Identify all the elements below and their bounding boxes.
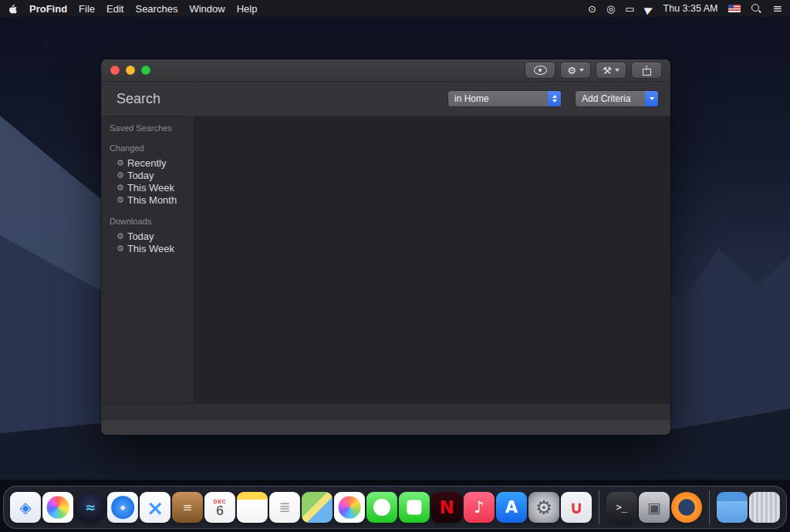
gear-icon: ⚙ [116, 184, 124, 192]
dock-messages-icon[interactable] [366, 492, 397, 523]
dock-photos-icon[interactable] [42, 492, 73, 523]
dock-automator-icon[interactable]: ▣ [639, 492, 670, 523]
eye-icon [534, 66, 547, 75]
page-title: Search [116, 91, 160, 107]
scope-popup-value: in Home [448, 93, 495, 104]
chevron-down-icon [579, 69, 584, 72]
profind-window: ⚙ ⚒ ↑ Search in Home Add Criteria [101, 59, 670, 435]
dock-trash-icon[interactable] [749, 492, 780, 523]
sidebar-sections: Changed⚙Recently⚙Today⚙This Week⚙This Mo… [101, 143, 194, 254]
window-body: Saved Searches Changed⚙Recently⚙Today⚙Th… [101, 116, 670, 403]
dock-system-preferences-icon[interactable]: ⚙ [528, 492, 559, 523]
window-titlebar[interactable]: ⚙ ⚒ ↑ [101, 59, 670, 82]
sidebar-item-changed-recently[interactable]: ⚙Recently [101, 157, 194, 169]
tools-button[interactable]: ⚒ [596, 62, 626, 78]
dock-safari-icon[interactable]: ◆ [107, 492, 138, 523]
us-flag-icon[interactable] [728, 5, 741, 12]
add-criteria-label: Add Criteria [576, 93, 636, 104]
sidebar-section-downloads: Downloads [101, 217, 194, 226]
gear-icon: ⚙ [116, 159, 124, 167]
close-button[interactable] [110, 66, 120, 75]
menu-bar: ProFind FileEditSearchesWindowHelp ⊙◎▭▶ … [0, 0, 790, 17]
window-controls [110, 66, 150, 75]
menu-bar-left: ProFind FileEditSearchesWindowHelp [8, 3, 257, 15]
dock-photo-booth-icon[interactable] [334, 492, 365, 523]
menu-searches[interactable]: Searches [135, 3, 177, 15]
menu-file[interactable]: File [79, 3, 95, 15]
dock-notes-icon[interactable] [237, 492, 268, 523]
tools-icon: ⚒ [603, 66, 612, 76]
dock-facetime-icon[interactable] [399, 492, 430, 523]
actions-button[interactable]: ⚙ [561, 62, 590, 78]
sidebar-item-downloads-today[interactable]: ⚙Today [101, 230, 194, 242]
bottom-bar [101, 419, 670, 435]
menu-window[interactable]: Window [189, 3, 225, 15]
sidebar-item-changed-today[interactable]: ⚙Today [101, 169, 194, 181]
sidebar-item-changed-this-month[interactable]: ⚙This Month [101, 194, 194, 206]
share-button[interactable]: ↑ [632, 62, 661, 78]
dock-app-store-icon[interactable]: A [496, 492, 527, 523]
results-area [194, 116, 670, 403]
sidebar-item-label: Today [127, 170, 154, 181]
sidebar: Saved Searches Changed⚙Recently⚙Today⚙Th… [101, 116, 194, 403]
gear-icon: ⚙ [116, 232, 124, 241]
dock-downloads-folder-icon[interactable] [717, 492, 748, 523]
gear-icon: ⚙ [567, 66, 576, 76]
dock-maps-icon[interactable] [302, 492, 333, 523]
cursor-menu-icon[interactable]: ▶ [643, 2, 654, 15]
menu-items: FileEditSearchesWindowHelp [79, 3, 257, 15]
sidebar-item-downloads-this-week[interactable]: ⚙This Week [101, 242, 194, 254]
search-header: Search in Home Add Criteria [101, 82, 670, 116]
dock-magnet-icon[interactable]: ∪ [561, 492, 592, 523]
dock-xcode-icon[interactable]: × [140, 492, 170, 523]
share-icon: ↑ [642, 65, 652, 76]
sidebar-title: Saved Searches [101, 123, 194, 133]
status-bar [101, 403, 670, 419]
menu-bar-right: ⊙◎▭▶ Thu 3:35 AM ≡ [588, 3, 782, 15]
sidebar-item-label: Today [127, 231, 154, 242]
menu-app-name[interactable]: ProFind [29, 3, 67, 15]
spotlight-search-icon[interactable] [751, 4, 761, 14]
time-machine-menu-icon[interactable]: ◎ [606, 4, 615, 14]
menu-status-icons: ⊙◎▭▶ [588, 4, 653, 14]
quicklook-button[interactable] [525, 62, 555, 78]
gear-icon: ⚙ [116, 171, 124, 180]
dock-reminders-icon[interactable]: ≣ [269, 492, 300, 523]
sidebar-item-label: Recently [127, 157, 167, 169]
dock: ◈≈◆×≡DEC6≣N♪A⚙∪>_▣ [3, 486, 787, 529]
scope-popup[interactable]: in Home [448, 91, 561, 106]
sidebar-item-label: This Month [127, 194, 177, 206]
dock-separator [599, 490, 599, 524]
notification-center-icon[interactable]: ≡ [772, 3, 782, 15]
screen-mirroring-menu-icon[interactable]: ▭ [625, 4, 634, 14]
dock-music-icon[interactable]: ♪ [464, 492, 495, 523]
window-toolbar: ⚙ ⚒ ↑ [525, 62, 661, 78]
zoom-button[interactable] [141, 66, 150, 75]
gear-icon: ⚙ [116, 196, 124, 204]
dock-books-icon[interactable]: ◈ [10, 492, 41, 523]
dock-terminal-icon[interactable]: >_ [606, 492, 637, 523]
popup-stepper-icon [548, 91, 561, 106]
menu-help[interactable]: Help [237, 3, 258, 15]
sidebar-item-label: This Week [127, 182, 174, 194]
sidebar-section-changed: Changed [101, 143, 194, 153]
dock-siri-icon[interactable]: ≈ [75, 492, 106, 523]
popup-arrow-icon [645, 91, 658, 106]
menu-clock[interactable]: Thu 3:35 AM [663, 3, 718, 14]
dock-profind-icon[interactable] [671, 492, 702, 523]
chevron-down-icon [615, 69, 620, 72]
dock-contacts-icon[interactable]: ≡ [172, 492, 203, 523]
dock-calendar-icon[interactable]: DEC6 [204, 492, 235, 523]
add-criteria-popup[interactable]: Add Criteria [576, 91, 658, 106]
minimize-button[interactable] [126, 66, 135, 75]
search-controls: in Home Add Criteria [448, 91, 658, 106]
keychain-menu-icon[interactable]: ⊙ [588, 4, 596, 14]
sidebar-item-label: This Week [127, 243, 174, 254]
dock-separator [709, 490, 710, 524]
apple-menu-icon[interactable] [8, 3, 18, 15]
sidebar-item-changed-this-week[interactable]: ⚙This Week [101, 181, 194, 194]
dock-netflix-icon[interactable]: N [431, 492, 462, 523]
gear-icon: ⚙ [116, 244, 124, 253]
menu-edit[interactable]: Edit [106, 3, 123, 15]
